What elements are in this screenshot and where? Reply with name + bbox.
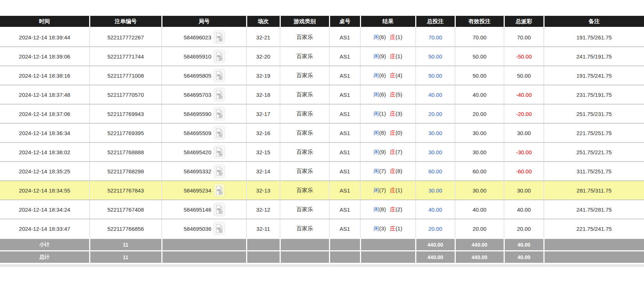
- cell-result: 闲(7) 庄(8): [360, 162, 416, 181]
- empty-cell: [360, 239, 416, 251]
- col-header-game-type: 游戏类别: [280, 16, 329, 28]
- cell-bet-id: 522117771008: [90, 66, 162, 85]
- col-header-table-no: 桌号: [329, 16, 360, 28]
- cell-round-no: 584696023: [162, 28, 246, 47]
- round-number: 584695910: [183, 53, 211, 60]
- cell-session: 32-17: [246, 104, 280, 123]
- cell-session: 32-16: [246, 123, 280, 142]
- table-row[interactable]: 2024-12-14 18:38:16 522117771008 5846958…: [0, 66, 644, 85]
- cell-round-no: 584695703: [162, 85, 246, 104]
- banker-score: (8): [396, 168, 402, 174]
- table-row[interactable]: 2024-12-14 18:37:06 522117769943 5846955…: [0, 104, 644, 123]
- cell-session: 32-18: [246, 85, 280, 104]
- cell-result: 闲(9) 庄(1): [360, 47, 416, 66]
- cell-round-no: 584695910: [162, 47, 246, 66]
- table-row[interactable]: 2024-12-14 18:36:02 522117768888 5846954…: [0, 142, 644, 162]
- table-header: 时间 注单编号 局号 场次 游戏类别 桌号 结果 总投注 有效投注 总派彩 备注: [0, 16, 644, 28]
- player-score: (3): [379, 225, 386, 232]
- cell-total-bet: 60.00: [416, 162, 455, 181]
- banker-label: 庄: [390, 187, 396, 193]
- empty-cell: [360, 251, 416, 264]
- cell-total-bet: 30.00: [416, 142, 455, 162]
- col-header-session: 场次: [246, 16, 280, 28]
- table-row[interactable]: 2024-12-14 18:39:44 522117772267 5846960…: [0, 28, 644, 47]
- cell-payout: 70.00: [504, 28, 544, 47]
- cell-valid-bet: 50.00: [455, 66, 504, 85]
- cell-game-type: 百家乐: [280, 104, 329, 123]
- video-replay-button[interactable]: [214, 88, 225, 101]
- empty-cell: [162, 251, 246, 264]
- player-label: 闲: [374, 34, 379, 40]
- cell-game-type: 百家乐: [280, 123, 329, 142]
- video-replay-button[interactable]: [214, 69, 225, 82]
- table-row[interactable]: 2024-12-14 18:34:24 522117767408 5846951…: [0, 200, 644, 219]
- player-label: 闲: [374, 110, 379, 117]
- cell-payout: -50.00: [504, 47, 544, 66]
- banker-score: (1): [396, 225, 402, 232]
- video-file-icon: [215, 186, 223, 195]
- video-replay-button[interactable]: [214, 203, 225, 216]
- cell-payout: -20.00: [504, 104, 544, 123]
- empty-cell: [544, 239, 644, 251]
- banker-label: 庄: [390, 110, 396, 117]
- grand-total-valid-bet: 440.00: [455, 251, 504, 264]
- cell-remark: 221.75/251.75: [544, 123, 644, 142]
- table-row[interactable]: 2024-12-14 18:39:06 522117771744 5846959…: [0, 47, 644, 66]
- empty-cell: [246, 239, 280, 251]
- video-replay-button[interactable]: [214, 165, 225, 178]
- table-row[interactable]: 2024-12-14 18:35:25 522117768298 5846953…: [0, 162, 644, 181]
- cell-time: 2024-12-14 18:39:44: [0, 28, 90, 47]
- cell-valid-bet: 50.00: [455, 47, 504, 66]
- cell-remark: 311.75/251.75: [544, 162, 644, 181]
- cell-remark: 231.75/191.75: [544, 85, 644, 104]
- col-header-time: 时间: [0, 16, 90, 28]
- grand-total-label: 总计: [0, 251, 90, 264]
- video-replay-button[interactable]: [214, 126, 225, 140]
- cell-bet-id: 522117768298: [90, 162, 162, 181]
- video-file-icon: [215, 90, 223, 99]
- banker-score: (0): [396, 130, 402, 136]
- cell-bet-id: 522117769395: [90, 123, 162, 142]
- col-header-remark: 备注: [544, 16, 644, 28]
- cell-remark: 221.75/241.75: [544, 219, 644, 239]
- video-replay-button[interactable]: [214, 31, 225, 44]
- player-label: 闲: [374, 130, 379, 136]
- video-replay-button[interactable]: [214, 50, 225, 63]
- player-score: (7): [379, 168, 386, 174]
- cell-time: 2024-12-14 18:36:34: [0, 123, 90, 142]
- video-replay-button[interactable]: [214, 145, 225, 159]
- video-replay-button[interactable]: [214, 184, 225, 197]
- cell-bet-id: 522117771744: [90, 47, 162, 66]
- player-label: 闲: [374, 72, 379, 78]
- cell-table-no: AS1: [329, 142, 360, 162]
- cell-result: 闲(1) 庄(3): [360, 104, 416, 123]
- table-row[interactable]: 2024-12-14 18:34:55 522117767843 5846952…: [0, 181, 644, 200]
- player-score: (6): [379, 72, 386, 78]
- cell-session: 32-11: [246, 219, 280, 239]
- cell-payout: 20.00: [504, 219, 544, 239]
- cell-game-type: 百家乐: [280, 47, 329, 66]
- subtotal-payout: 40.00: [504, 239, 544, 251]
- cell-round-no: 584695332: [162, 162, 246, 181]
- video-replay-button[interactable]: [214, 107, 225, 120]
- cell-session: 32-19: [246, 66, 280, 85]
- bet-records-table: 时间 注单编号 局号 场次 游戏类别 桌号 结果 总投注 有效投注 总派彩 备注…: [0, 16, 644, 264]
- cell-table-no: AS1: [329, 162, 360, 181]
- round-number: 584695509: [183, 130, 211, 136]
- cell-game-type: 百家乐: [280, 28, 329, 47]
- banker-score: (1): [396, 187, 402, 193]
- table-row[interactable]: 2024-12-14 18:33:47 522117766856 5846950…: [0, 219, 644, 239]
- cell-total-bet: 50.00: [416, 66, 455, 85]
- round-number: 584695590: [183, 111, 211, 117]
- cell-remark: 251.75/221.75: [544, 142, 644, 162]
- cell-remark: 241.75/191.75: [544, 47, 644, 66]
- table-row[interactable]: 2024-12-14 18:36:34 522117769395 5846955…: [0, 123, 644, 142]
- banker-score: (5): [396, 91, 402, 98]
- table-row[interactable]: 2024-12-14 18:37:48 522117770570 5846957…: [0, 85, 644, 104]
- cell-round-no: 584695036: [162, 219, 246, 239]
- cell-valid-bet: 30.00: [455, 142, 504, 162]
- cell-round-no: 584695234: [162, 181, 246, 200]
- cell-result: 闲(8) 庄(2): [360, 200, 416, 219]
- banker-label: 庄: [390, 53, 396, 59]
- video-replay-button[interactable]: [214, 222, 225, 235]
